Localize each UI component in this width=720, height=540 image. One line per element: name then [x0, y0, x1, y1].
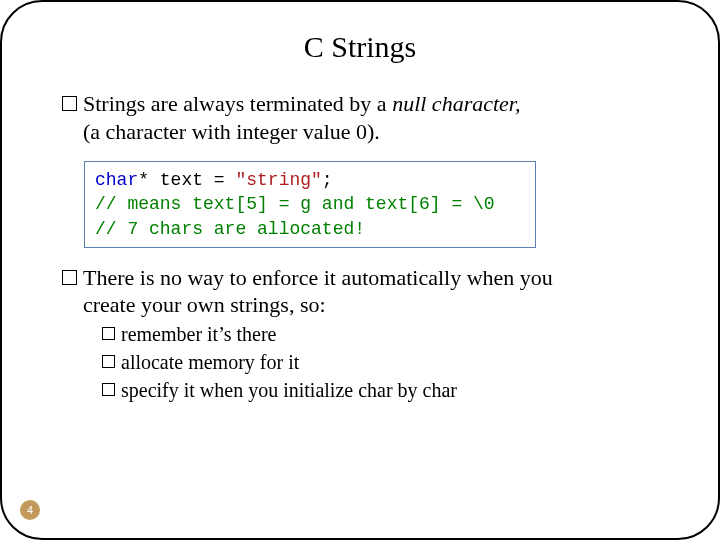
- code-line-1: char* text = "string";: [95, 168, 525, 192]
- bullet-null-character: Strings are always terminated by a null …: [62, 90, 678, 145]
- sub-text: allocate memory for it: [121, 349, 299, 375]
- code-line-3: // 7 chars are allocated!: [95, 217, 525, 241]
- square-bullet-icon: [62, 270, 77, 285]
- sub-text: remember it’s there: [121, 321, 277, 347]
- code-keyword: char: [95, 170, 138, 190]
- bullet2-line2: create your own strings, so:: [83, 291, 678, 319]
- sub-bullet-remember: remember it’s there: [102, 321, 678, 347]
- bullet1-pre: Strings are always terminated by a: [83, 91, 392, 116]
- square-bullet-icon: [102, 355, 115, 368]
- square-bullet-icon: [62, 96, 77, 111]
- slide-title: C Strings: [42, 30, 678, 64]
- code-string: "string": [235, 170, 321, 190]
- square-bullet-icon: [102, 327, 115, 340]
- sub-text: specify it when you initialize char by c…: [121, 377, 457, 403]
- bullet-text: There is no way to enforce it automatica…: [83, 264, 678, 319]
- sub-bullet-specify: specify it when you initialize char by c…: [102, 377, 678, 403]
- bullet-no-enforce: There is no way to enforce it automatica…: [62, 264, 678, 319]
- code-line-2: // means text[5] = g and text[6] = \0: [95, 192, 525, 216]
- page-number-badge: 4: [20, 500, 40, 520]
- bullet1-line2: (a character with integer value 0).: [83, 118, 678, 146]
- bullet2-line1: There is no way to enforce it automatica…: [83, 265, 553, 290]
- bullet-text: Strings are always terminated by a null …: [83, 90, 678, 145]
- slide-frame: C Strings Strings are always terminated …: [0, 0, 720, 540]
- bullet1-em: null character,: [392, 91, 520, 116]
- sub-bullet-allocate: allocate memory for it: [102, 349, 678, 375]
- code-box: char* text = "string"; // means text[5] …: [84, 161, 536, 248]
- code-text: * text =: [138, 170, 235, 190]
- code-semi: ;: [322, 170, 333, 190]
- square-bullet-icon: [102, 383, 115, 396]
